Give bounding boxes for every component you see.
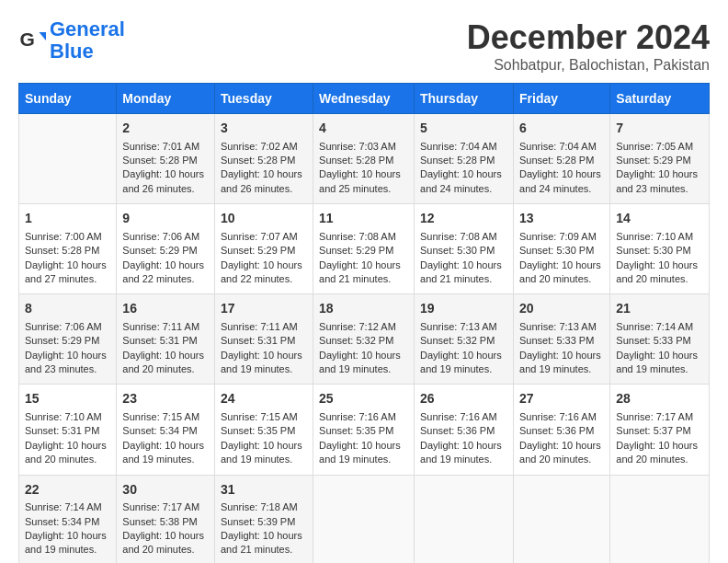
- day-info: Daylight: 10 hours: [519, 168, 601, 179]
- day-info: Sunset: 5:37 PM: [616, 425, 690, 436]
- day-info: Sunset: 5:29 PM: [319, 245, 393, 256]
- day-info: and 24 minutes.: [519, 183, 591, 194]
- calendar-cell: [514, 475, 610, 563]
- day-info: Sunset: 5:28 PM: [319, 155, 393, 166]
- day-info: Sunset: 5:29 PM: [25, 335, 99, 346]
- day-info: Sunrise: 7:06 AM: [122, 231, 199, 242]
- day-info: and 21 minutes.: [319, 273, 391, 284]
- day-info: Sunset: 5:35 PM: [221, 425, 295, 436]
- day-info: Sunset: 5:30 PM: [616, 245, 690, 256]
- calendar-cell: 25Sunrise: 7:16 AMSunset: 5:35 PMDayligh…: [313, 385, 415, 475]
- day-number: 28: [616, 390, 703, 408]
- day-info: Daylight: 10 hours: [221, 259, 302, 270]
- day-info: Daylight: 10 hours: [221, 530, 302, 541]
- day-info: Daylight: 10 hours: [122, 168, 204, 179]
- day-info: Sunset: 5:33 PM: [616, 335, 690, 346]
- calendar-cell: [610, 475, 710, 563]
- day-info: Daylight: 10 hours: [319, 440, 401, 451]
- day-number: 24: [221, 390, 307, 408]
- day-info: Sunrise: 7:08 AM: [319, 231, 396, 242]
- day-info: Sunrise: 7:03 AM: [319, 141, 396, 152]
- day-info: Sunrise: 7:04 AM: [519, 141, 597, 152]
- calendar-cell: 22Sunrise: 7:14 AMSunset: 5:34 PMDayligh…: [19, 475, 117, 563]
- day-number: 22: [25, 481, 110, 500]
- day-number: 23: [122, 390, 209, 408]
- day-number: 4: [319, 120, 408, 138]
- day-info: Sunset: 5:39 PM: [221, 516, 295, 527]
- day-info: Daylight: 10 hours: [25, 350, 107, 361]
- day-info: Daylight: 10 hours: [420, 259, 502, 270]
- svg-text:G: G: [20, 29, 35, 50]
- day-info: Sunrise: 7:16 AM: [420, 411, 497, 422]
- day-info: and 22 minutes.: [122, 273, 194, 284]
- calendar-cell: 30Sunrise: 7:17 AMSunset: 5:38 PMDayligh…: [117, 475, 215, 563]
- day-info: Sunrise: 7:06 AM: [25, 321, 102, 332]
- calendar-cell: 3Sunrise: 7:02 AMSunset: 5:28 PMDaylight…: [215, 114, 313, 204]
- day-info: Sunrise: 7:11 AM: [221, 321, 298, 332]
- day-info: Sunrise: 7:00 AM: [25, 231, 102, 242]
- day-number: 31: [221, 481, 307, 500]
- day-info: Daylight: 10 hours: [420, 168, 502, 179]
- header-wednesday: Wednesday: [313, 84, 415, 114]
- header-tuesday: Tuesday: [215, 84, 313, 114]
- day-info: Sunrise: 7:10 AM: [616, 231, 693, 242]
- day-info: Sunset: 5:28 PM: [519, 155, 594, 166]
- day-info: and 20 minutes.: [122, 544, 194, 555]
- day-info: Sunrise: 7:14 AM: [616, 321, 693, 332]
- day-number: 15: [25, 390, 110, 408]
- day-info: and 20 minutes.: [25, 454, 97, 465]
- day-info: Sunrise: 7:17 AM: [122, 501, 199, 512]
- day-info: Sunset: 5:36 PM: [519, 425, 594, 436]
- day-number: 20: [519, 300, 604, 318]
- day-info: Sunrise: 7:02 AM: [221, 141, 298, 152]
- calendar-cell: 12Sunrise: 7:08 AMSunset: 5:30 PMDayligh…: [415, 204, 514, 294]
- day-info: and 19 minutes.: [221, 363, 292, 374]
- day-info: Daylight: 10 hours: [25, 530, 107, 541]
- day-info: Daylight: 10 hours: [616, 168, 698, 179]
- day-info: Daylight: 10 hours: [616, 440, 698, 451]
- day-info: Sunrise: 7:13 AM: [519, 321, 597, 332]
- calendar-cell: 1Sunrise: 7:00 AMSunset: 5:28 PMDaylight…: [19, 204, 117, 294]
- day-info: and 27 minutes.: [25, 273, 97, 284]
- day-info: and 20 minutes.: [616, 454, 688, 465]
- day-info: and 23 minutes.: [616, 183, 688, 194]
- day-info: Sunrise: 7:08 AM: [420, 231, 497, 242]
- day-number: 11: [319, 210, 408, 228]
- location: Sohbatpur, Balochistan, Pakistan: [467, 57, 710, 74]
- day-info: Daylight: 10 hours: [221, 168, 302, 179]
- calendar-table: SundayMondayTuesdayWednesdayThursdayFrid…: [18, 83, 710, 563]
- calendar-cell: 7Sunrise: 7:05 AMSunset: 5:29 PMDaylight…: [610, 114, 710, 204]
- calendar-week-3: 8Sunrise: 7:06 AMSunset: 5:29 PMDaylight…: [19, 294, 710, 385]
- day-info: Sunrise: 7:05 AM: [616, 141, 693, 152]
- day-info: Daylight: 10 hours: [25, 440, 107, 451]
- day-info: Sunrise: 7:01 AM: [122, 141, 199, 152]
- day-info: Sunrise: 7:14 AM: [25, 501, 102, 512]
- day-number: 2: [122, 120, 209, 138]
- day-info: Sunrise: 7:16 AM: [519, 411, 597, 422]
- day-info: Sunset: 5:28 PM: [420, 155, 495, 166]
- day-info: Sunset: 5:32 PM: [319, 335, 393, 346]
- day-info: Sunset: 5:32 PM: [420, 335, 495, 346]
- day-number: 13: [519, 210, 604, 228]
- day-info: Sunset: 5:29 PM: [221, 245, 295, 256]
- day-number: 19: [420, 300, 507, 318]
- day-number: 27: [519, 390, 604, 408]
- day-info: and 26 minutes.: [122, 183, 194, 194]
- header-monday: Monday: [117, 84, 215, 114]
- logo-text: General Blue: [50, 18, 125, 63]
- calendar-cell: 16Sunrise: 7:11 AMSunset: 5:31 PMDayligh…: [117, 294, 215, 385]
- day-info: Sunset: 5:36 PM: [420, 425, 495, 436]
- svg-marker-1: [40, 32, 47, 40]
- day-number: 21: [616, 300, 703, 318]
- day-info: Daylight: 10 hours: [122, 530, 204, 541]
- calendar-week-4: 15Sunrise: 7:10 AMSunset: 5:31 PMDayligh…: [19, 385, 710, 475]
- calendar-cell: 24Sunrise: 7:15 AMSunset: 5:35 PMDayligh…: [215, 385, 313, 475]
- calendar-cell: 6Sunrise: 7:04 AMSunset: 5:28 PMDaylight…: [514, 114, 610, 204]
- day-info: and 21 minutes.: [420, 273, 492, 284]
- day-info: Sunset: 5:31 PM: [221, 335, 295, 346]
- calendar-cell: 17Sunrise: 7:11 AMSunset: 5:31 PMDayligh…: [215, 294, 313, 385]
- calendar-cell: 18Sunrise: 7:12 AMSunset: 5:32 PMDayligh…: [313, 294, 415, 385]
- day-info: Sunrise: 7:11 AM: [122, 321, 199, 332]
- day-number: 14: [616, 210, 703, 228]
- day-info: Daylight: 10 hours: [25, 259, 107, 270]
